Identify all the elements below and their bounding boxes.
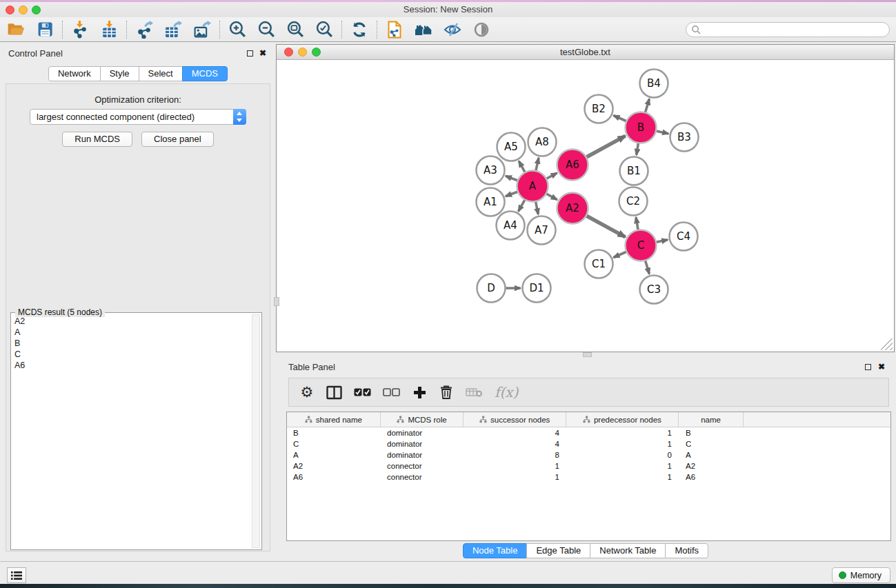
import-table-icon[interactable]	[94, 19, 123, 40]
delete-column-trash-icon[interactable]	[439, 385, 454, 400]
network-graph[interactable]: AA1A2A3A4A5A6A7A8BB1B2B3B4CC1C2C3C4DD1	[277, 61, 894, 352]
zoom-fit-icon[interactable]	[281, 19, 310, 40]
table-cell[interactable]: connector	[381, 472, 464, 483]
close-panel-icon[interactable]: ✖	[878, 364, 885, 370]
column-header-successor-nodes[interactable]: successor nodes	[464, 412, 566, 427]
delete-table-icon[interactable]	[466, 387, 483, 398]
mcds-result-item[interactable]: C	[12, 349, 250, 360]
task-history-button[interactable]	[7, 567, 26, 583]
close-panel-button[interactable]: Close panel	[141, 132, 214, 147]
tab-style[interactable]: Style	[100, 66, 139, 81]
table-row[interactable]: A6connector11A6	[287, 472, 890, 483]
network-document-icon[interactable]	[380, 19, 409, 40]
zoom-out-icon[interactable]	[252, 19, 281, 40]
table-cell[interactable]: 1	[567, 438, 679, 449]
memory-button[interactable]: Memory	[832, 567, 890, 583]
table-cell[interactable]: C	[287, 438, 381, 449]
table-cell[interactable]: dominator	[381, 438, 464, 449]
criterion-select[interactable]: largest connected component (directed)	[30, 109, 246, 125]
export-table-icon[interactable]	[159, 19, 188, 40]
table-row[interactable]: Bdominator41B	[287, 427, 890, 438]
deselect-all-checkboxes-icon[interactable]	[383, 387, 400, 397]
mcds-list-scrollbar[interactable]	[252, 314, 260, 548]
column-header-mcds-role[interactable]: MCDS role	[381, 412, 464, 427]
graph-node-D1[interactable]: D1	[523, 274, 551, 303]
refresh-layout-icon[interactable]	[345, 19, 374, 40]
run-mcds-button[interactable]: Run MCDS	[62, 132, 132, 147]
search-field[interactable]	[686, 22, 890, 37]
tab-mcds[interactable]: MCDS	[182, 66, 228, 81]
show-columns-icon[interactable]	[326, 385, 342, 400]
select-all-checkboxes-icon[interactable]	[354, 387, 371, 397]
graph-node-B4[interactable]: B4	[640, 70, 668, 98]
graph-node-A8[interactable]: A8	[528, 128, 557, 156]
table-cell[interactable]: C	[679, 438, 745, 449]
table-row[interactable]: A2connector11A2	[287, 460, 890, 472]
splitpane-handle-left[interactable]	[274, 297, 279, 306]
table-cell[interactable]: dominator	[381, 449, 464, 460]
tab-network[interactable]: Network	[48, 66, 101, 81]
graph-node-B2[interactable]: B2	[585, 95, 613, 123]
table-cell[interactable]: 4	[464, 438, 567, 449]
mcds-result-item[interactable]: A2	[12, 316, 250, 327]
table-cell[interactable]: B	[679, 427, 745, 438]
table-cell[interactable]: dominator	[381, 427, 464, 438]
splitpane-handle-bottom[interactable]	[583, 352, 592, 357]
float-panel-icon[interactable]	[247, 50, 253, 57]
table-cell[interactable]: A	[679, 449, 745, 460]
export-network-icon[interactable]	[130, 19, 159, 40]
import-network-icon[interactable]	[66, 19, 94, 40]
mcds-result-item[interactable]: A6	[12, 360, 250, 371]
graph-node-A1[interactable]: A1	[477, 188, 505, 216]
graph-node-A3[interactable]: A3	[477, 156, 505, 185]
zoom-selected-icon[interactable]	[310, 19, 339, 40]
function-builder-icon[interactable]: f(x)	[495, 384, 518, 401]
graph-node-B1[interactable]: B1	[620, 157, 648, 185]
table-cell[interactable]: A2	[287, 460, 381, 472]
graph-node-B3[interactable]: B3	[670, 123, 699, 152]
table-cell[interactable]: A6	[679, 472, 745, 483]
table-cell[interactable]: 1	[464, 460, 567, 472]
table-cell[interactable]: 0	[567, 449, 679, 460]
graph-node-D[interactable]: D	[477, 274, 506, 303]
table-cell[interactable]: A	[287, 449, 381, 460]
tab-select[interactable]: Select	[139, 66, 183, 81]
home-icon[interactable]	[409, 19, 438, 40]
table-cell[interactable]: 8	[464, 449, 567, 460]
table-cell[interactable]: A6	[287, 472, 381, 483]
search-input[interactable]	[701, 23, 889, 36]
table-cell[interactable]: 1	[464, 472, 567, 483]
mcds-result-item[interactable]: B	[12, 338, 250, 349]
close-panel-icon[interactable]: ✖	[259, 50, 266, 57]
tab-node-table[interactable]: Node Table	[463, 543, 528, 558]
graph-node-A[interactable]: A	[517, 171, 548, 202]
table-cell[interactable]: 4	[464, 427, 567, 438]
graph-node-C4[interactable]: C4	[670, 223, 698, 251]
table-cell[interactable]: B	[287, 427, 381, 438]
tab-network-table[interactable]: Network Table	[590, 543, 666, 558]
graph-node-A2[interactable]: A2	[557, 193, 588, 224]
table-settings-gear-icon[interactable]: ⚙	[299, 385, 315, 399]
table-cell[interactable]: A2	[679, 460, 745, 472]
mcds-result-item[interactable]: A	[12, 327, 250, 338]
export-image-icon[interactable]	[188, 19, 217, 40]
graph-node-B[interactable]: B	[626, 112, 657, 143]
graph-node-A4[interactable]: A4	[497, 212, 525, 240]
graph-node-C1[interactable]: C1	[585, 250, 613, 278]
show-details-eye-icon[interactable]	[467, 19, 496, 40]
table-cell[interactable]: 1	[567, 460, 679, 472]
graph-node-A5[interactable]: A5	[497, 133, 526, 161]
graph-node-C3[interactable]: C3	[640, 276, 668, 304]
column-header-shared-name[interactable]: shared name	[287, 412, 381, 427]
window-resize-grip[interactable]	[881, 338, 893, 350]
tab-motifs[interactable]: Motifs	[665, 543, 708, 558]
graph-node-C2[interactable]: C2	[619, 187, 648, 216]
table-cell[interactable]: 1	[567, 427, 679, 438]
graph-node-A7[interactable]: A7	[528, 216, 556, 245]
open-folder-icon[interactable]	[1, 19, 30, 40]
float-panel-icon[interactable]	[865, 364, 871, 370]
table-cell[interactable]: 1	[567, 472, 679, 483]
tab-edge-table[interactable]: Edge Table	[526, 543, 590, 558]
table-row[interactable]: Cdominator41C	[287, 438, 890, 449]
graph-node-A6[interactable]: A6	[557, 150, 588, 181]
